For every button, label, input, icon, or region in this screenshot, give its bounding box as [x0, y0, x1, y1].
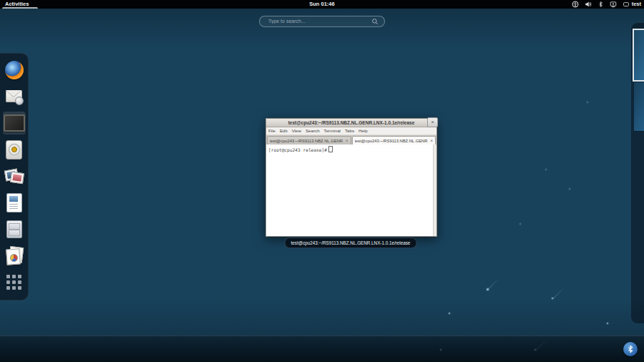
username-label: test [632, 0, 641, 9]
window-title: test@cpu243:~/RS9113.NBZ.NL.GENR.LNX-1.0… [266, 119, 436, 127]
star [487, 288, 489, 290]
terminal-window-preview[interactable]: test@cpu243:~/RS9113.NBZ.NL.GENR.LNX-1.0… [265, 118, 437, 237]
workspace-thumbnail-2[interactable] [633, 82, 644, 132]
display-icon[interactable] [610, 1, 617, 8]
firefox-icon [5, 61, 24, 79]
star [449, 313, 450, 314]
terminal-scrollbar[interactable] [433, 145, 436, 236]
menu-help[interactable]: Help [358, 127, 368, 134]
tab-close-icon[interactable]: × [346, 137, 348, 145]
rhythmbox-icon [6, 140, 22, 160]
star [545, 169, 547, 170]
star-trail [553, 288, 565, 299]
terminal-content[interactable]: [root@cpu243 release]# [266, 145, 436, 236]
volume-icon[interactable] [585, 1, 592, 8]
menu-file[interactable]: File [268, 127, 275, 134]
tab-label: test@cpu243:~/RS9113.NBZ.NL.GENR.LNX-... [270, 139, 343, 143]
menu-terminal[interactable]: Terminal [324, 127, 341, 134]
menu-search[interactable]: Search [306, 127, 320, 134]
clock[interactable]: Sun 01:46 [309, 0, 334, 9]
star [552, 298, 553, 299]
message-tray [0, 336, 644, 362]
dock-item-documents[interactable] [3, 244, 26, 267]
star [587, 102, 588, 103]
dock-item-evolution[interactable] [3, 85, 26, 108]
libreoffice-writer-icon [6, 193, 22, 212]
menu-edit[interactable]: Edit [280, 127, 288, 134]
activities-button[interactable]: Activities [0, 0, 34, 9]
dock-item-show-applications[interactable] [3, 270, 26, 293]
menu-tabs[interactable]: Tabs [345, 127, 354, 134]
files-icon [6, 220, 22, 238]
search-input[interactable] [259, 16, 385, 27]
evolution-mail-icon [5, 87, 24, 106]
terminal-tab-1[interactable]: test@cpu243:~/RS9113.NBZ.NL.GENR.LNX-...… [267, 136, 351, 145]
menu-view[interactable]: View [292, 127, 301, 134]
dock-item-writer[interactable] [3, 191, 26, 214]
window-title-tooltip: test@cpu243:~/RS9113.NBZ.NL.GENR.LNX-1.0… [285, 238, 417, 248]
dash-dock [0, 53, 29, 300]
show-applications-icon [6, 275, 21, 290]
dock-item-shotwell[interactable] [3, 165, 26, 187]
terminal-tab-2[interactable]: test@cpu243:~/RS9113.NBZ.NL.GENR.LNX-...… [352, 136, 436, 145]
window-close-button[interactable]: × [427, 117, 438, 127]
top-bar: Activities Sun 01:46 test [0, 0, 644, 9]
gnome-activities-overview: Activities Sun 01:46 test [0, 0, 644, 362]
tab-close-icon[interactable]: × [430, 137, 433, 145]
star [519, 223, 521, 225]
search-icon [371, 15, 379, 28]
system-status-area: test [572, 0, 641, 9]
workspace-thumbnail-1[interactable] [633, 29, 644, 82]
presence-icon [623, 1, 630, 8]
user-menu[interactable]: test [623, 0, 641, 9]
documents-icon [5, 246, 24, 265]
star [607, 323, 608, 324]
dock-item-terminal[interactable] [3, 112, 26, 134]
dock-item-rhythmbox[interactable] [3, 138, 26, 161]
star [569, 188, 570, 190]
terminal-cursor [328, 146, 333, 152]
terminal-tabbar: test@cpu243:~/RS9113.NBZ.NL.GENR.LNX-...… [266, 135, 436, 145]
shell-prompt: [root@cpu243 release]# [268, 147, 327, 152]
search-bar [259, 13, 385, 24]
bluetooth-tray-icon[interactable] [623, 342, 638, 356]
terminal-menubar: File Edit View Search Terminal Tabs Help [266, 127, 436, 135]
dock-item-files[interactable] [3, 217, 26, 240]
bluetooth-icon[interactable] [597, 1, 604, 8]
dock-item-firefox[interactable] [3, 59, 26, 82]
shotwell-photos-icon [4, 167, 24, 185]
terminal-icon [4, 114, 25, 132]
tab-label: test@cpu243:~/RS9113.NBZ.NL.GENR.LNX-... [355, 139, 429, 143]
star-trail [488, 278, 499, 290]
accessibility-icon[interactable] [572, 1, 579, 8]
